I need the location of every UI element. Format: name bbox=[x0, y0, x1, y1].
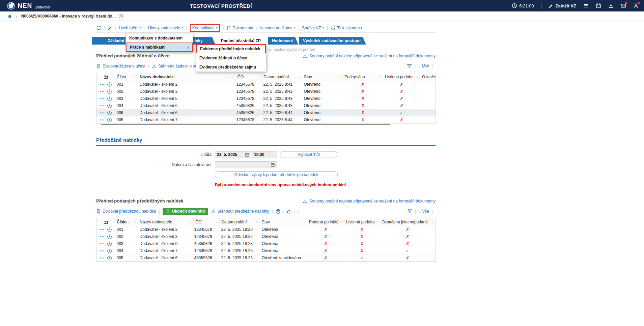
edit-record-icon[interactable] bbox=[108, 26, 112, 30]
filter-triangle-icon[interactable]: ▽ bbox=[339, 76, 341, 78]
column-chooser-icon[interactable] bbox=[96, 73, 115, 81]
row-actions-icon[interactable]: ••• bbox=[100, 90, 105, 93]
col-stav[interactable]: Stav▽ bbox=[260, 218, 307, 226]
table-row[interactable]: •••i 001 Dodavatel - školení 2 12345678 … bbox=[96, 81, 436, 88]
table-row[interactable]: •••i 004 Dodavatel - školení 7 12345678 … bbox=[96, 247, 436, 254]
row-actions-icon[interactable]: ••• bbox=[100, 97, 105, 101]
col-cislo[interactable]: Číslo▽ bbox=[115, 73, 138, 81]
row-actions-icon[interactable]: ••• bbox=[100, 83, 105, 86]
row-actions-icon[interactable]: ••• bbox=[100, 118, 105, 122]
table-row[interactable]: •••i 003 Dodavatel - školení 5 12345678 … bbox=[96, 95, 436, 102]
row-info-icon[interactable]: i bbox=[107, 242, 112, 246]
scrollbar-thumb[interactable] bbox=[101, 124, 390, 125]
profile-button[interactable] bbox=[633, 3, 639, 8]
col-oznacena-jako-nepodana[interactable]: Označena jako nepodaná▽ bbox=[380, 218, 436, 226]
create-vz-button[interactable]: Založit VZ bbox=[549, 3, 576, 8]
filter-triangle-icon[interactable]: ▽ bbox=[231, 76, 233, 78]
row-info-icon[interactable]: i bbox=[107, 118, 112, 122]
download-bids-action[interactable]: Stáhnout předběžné nabídky bbox=[211, 209, 269, 214]
row-info-icon[interactable]: i bbox=[107, 111, 112, 115]
row-actions-icon[interactable]: ••• bbox=[100, 256, 105, 260]
deadline-time-input[interactable] bbox=[254, 152, 275, 157]
breadcrumb-item[interactable]: N006/25/V00004860 - Inovace v rozvoji ří… bbox=[21, 14, 116, 19]
col-podana-po-lhute[interactable]: Podaná po lhůtě▽ bbox=[307, 218, 344, 226]
filter-triangle-icon[interactable]: ▽ bbox=[256, 221, 258, 223]
col-ico[interactable]: IČO▽ bbox=[193, 218, 220, 226]
filter-triangle-icon[interactable]: ▽ bbox=[134, 76, 136, 78]
toolbar-ukony-zadavatele[interactable]: Úkony zadavatele▽ bbox=[148, 26, 184, 30]
home-icon[interactable] bbox=[7, 14, 12, 19]
table-row[interactable]: •••i 003 Dodavatel - školení 6 45359326 … bbox=[96, 240, 436, 247]
toolbar-komunikace[interactable]: Komunikace▽ bbox=[190, 24, 220, 32]
row-info-icon[interactable]: i bbox=[107, 227, 112, 232]
filter-triangle-icon[interactable]: ▽ bbox=[417, 76, 418, 78]
export-grid-action[interactable]: ▽ bbox=[287, 209, 295, 214]
row-actions-icon[interactable]: ••• bbox=[100, 111, 105, 115]
col-listinna-podoba[interactable]: Listinná podoba▽ bbox=[344, 218, 380, 226]
filter-triangle-icon[interactable]: ▽ bbox=[432, 221, 434, 223]
row-actions-icon[interactable]: ••• bbox=[100, 104, 105, 108]
col-stav[interactable]: Stav▽ bbox=[302, 73, 343, 81]
col-nazev-dodavatele[interactable]: Název dodavatele▽ bbox=[138, 218, 193, 226]
table-row[interactable]: •••i 002 Dodavatel - školení 3 12345678 … bbox=[96, 233, 436, 240]
toolbar-dokumenty[interactable]: Dokumenty bbox=[226, 26, 253, 30]
filter-icon[interactable] bbox=[407, 209, 412, 214]
col-datum-podani[interactable]: Datum podání▽ bbox=[220, 218, 260, 226]
opening-datetime-input[interactable] bbox=[217, 162, 269, 167]
col-nazev-dodavatele[interactable]: Název dodavatele↑▽ bbox=[138, 73, 235, 81]
tab-hodnoceni[interactable]: Hodnocení bbox=[268, 37, 298, 45]
view-selector[interactable]: ▽MW bbox=[418, 64, 429, 69]
nen-logo[interactable]: NEN Zadavatel bbox=[7, 2, 50, 10]
row-actions-icon[interactable]: ••• bbox=[100, 235, 105, 239]
table-row[interactable]: •••i 002 Dodavatel - školení 3 12345678 … bbox=[96, 88, 436, 95]
register-bid-action[interactable]: Evidovat předběžnou nabídku bbox=[96, 209, 156, 214]
filter-triangle-icon[interactable]: ▽ bbox=[304, 221, 305, 223]
finish-opening-button[interactable]: Ukončit otevírání bbox=[163, 208, 208, 215]
files-download-link[interactable]: Soubory podání najdete připravené ke sta… bbox=[303, 199, 436, 203]
toolbar-sprava-vz[interactable]: Správa VZ▽ bbox=[302, 26, 324, 30]
menu-button[interactable] bbox=[583, 3, 589, 8]
row-info-icon[interactable]: i bbox=[107, 89, 112, 94]
column-chooser-icon[interactable] bbox=[96, 218, 115, 226]
print-grid-action[interactable]: ▽ bbox=[276, 209, 284, 214]
row-info-icon[interactable]: i bbox=[107, 104, 112, 108]
filter-triangle-icon[interactable]: ▽ bbox=[380, 76, 381, 78]
table-row[interactable]: •••i 004 Dodavatel - školení 6 45359326 … bbox=[96, 102, 436, 109]
submenu-item-evidence-zadosti-o-ucast[interactable]: Evidence žádostí o účast bbox=[196, 53, 266, 62]
table-row[interactable]: •••i 005 Dodavatel - školení 6 45359326 … bbox=[96, 254, 436, 262]
col-cislo[interactable]: Číslo↑▽ bbox=[115, 218, 138, 226]
menu-item-komunikace-s-dodavatelem[interactable]: Komunikace s dodavatelem bbox=[126, 33, 193, 43]
files-download-link[interactable]: Soubory podání najdete připravené ke sta… bbox=[303, 54, 436, 58]
filter-triangle-icon[interactable]: ▽ bbox=[376, 221, 378, 223]
toolbar-tisk-zaznamu[interactable]: Tisk záznamu bbox=[331, 25, 362, 30]
calendar-button[interactable] bbox=[596, 3, 601, 8]
filter-triangle-icon[interactable]: ▽ bbox=[258, 76, 260, 78]
deadline-date-input[interactable] bbox=[217, 152, 244, 157]
col-listinna-podoba[interactable]: Listinná podoba▽ bbox=[383, 73, 420, 81]
tab-podani-ucastniku-zp[interactable]: Podání účastníků ZP bbox=[216, 37, 267, 45]
download-requests-action[interactable]: Stáhnout žádosti o účast bbox=[152, 64, 202, 69]
submenu-item-evidence-predbeznych-nabidek[interactable]: Evidence předběžných nabídek bbox=[196, 44, 266, 53]
submenu-item-evidence-predbezneho-zajmu[interactable]: Evidence předběžného zájmu bbox=[196, 62, 266, 72]
filter-triangle-icon[interactable]: ▽ bbox=[341, 221, 342, 223]
table-row[interactable]: •••i 001 Dodavatel - školení 2 12345678 … bbox=[96, 226, 436, 233]
view-selector[interactable]: ▽Vše bbox=[419, 209, 429, 214]
tab-vysledek-zadavaciho-postupu[interactable]: Výsledek zadávacího postupu bbox=[299, 37, 366, 45]
col-oznacena[interactable]: Označe bbox=[420, 73, 436, 81]
row-actions-icon[interactable]: ••• bbox=[100, 242, 105, 246]
toolbar-uverejneni[interactable]: Uveřejnění▽ bbox=[119, 26, 141, 30]
row-info-icon[interactable]: i bbox=[107, 82, 112, 87]
row-info-icon[interactable]: i bbox=[107, 249, 112, 253]
calendar-icon[interactable] bbox=[245, 153, 249, 157]
filter-triangle-icon[interactable]: ▽ bbox=[299, 76, 300, 78]
calc-deadlines-button[interactable]: Výpočet lhůt bbox=[280, 151, 337, 158]
breadcrumb-close-icon[interactable] bbox=[118, 14, 123, 19]
table-row[interactable]: •••i 005 Dodavatel - školení 7 12345678 … bbox=[96, 116, 436, 124]
row-actions-icon[interactable]: ••• bbox=[100, 228, 105, 232]
col-podepsana[interactable]: Podepsána▽ bbox=[343, 73, 383, 81]
col-datum-podani[interactable]: Datum podání▽ bbox=[262, 73, 302, 81]
send-call-button[interactable]: Odeslání výzvy k podání předběžných nabí… bbox=[215, 171, 338, 178]
calendar-icon[interactable] bbox=[271, 163, 275, 167]
downloads-button[interactable] bbox=[608, 3, 614, 8]
filter-icon[interactable] bbox=[407, 64, 412, 69]
